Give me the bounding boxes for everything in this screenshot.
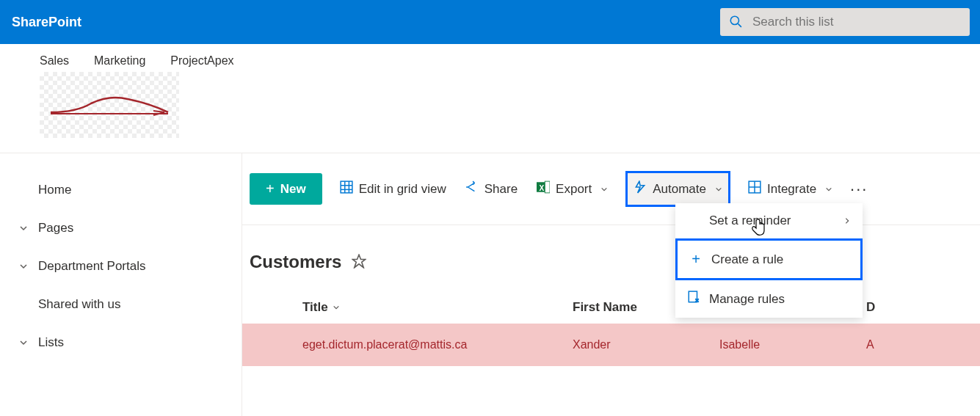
edit-grid-button[interactable]: Edit in grid view bbox=[338, 178, 448, 200]
share-icon bbox=[465, 180, 479, 197]
table-row[interactable]: eget.dictum.placerat@mattis.ca Xander Is… bbox=[242, 324, 980, 366]
svg-rect-13 bbox=[689, 291, 697, 302]
table-header: Title First Name Last Name D bbox=[242, 294, 980, 324]
manage-rules-icon bbox=[687, 291, 700, 307]
chevron-down-icon bbox=[333, 304, 340, 311]
site-logo[interactable] bbox=[40, 72, 179, 138]
chevron-down-icon bbox=[825, 182, 832, 197]
app-header: SharePoint bbox=[0, 0, 980, 44]
favorite-star-icon[interactable] bbox=[352, 254, 366, 271]
edit-grid-label: Edit in grid view bbox=[359, 182, 446, 197]
chevron-down-icon bbox=[18, 262, 29, 271]
nav-pages[interactable]: Pages bbox=[0, 209, 242, 247]
list-header: Customers bbox=[242, 225, 980, 294]
set-reminder-menuitem[interactable]: Set a reminder bbox=[675, 203, 863, 238]
set-reminder-label: Set a reminder bbox=[709, 214, 791, 228]
svg-line-1 bbox=[738, 23, 741, 27]
breadcrumb-sales[interactable]: Sales bbox=[40, 54, 69, 67]
chevron-right-icon bbox=[843, 214, 851, 228]
export-label: Export bbox=[556, 182, 592, 197]
column-d[interactable]: D bbox=[866, 300, 925, 315]
cell-d: A bbox=[866, 338, 925, 351]
nav-dept-label: Department Portals bbox=[38, 259, 145, 274]
svg-text:X: X bbox=[539, 184, 544, 192]
left-nav: Home Pages Department Portals Shared wit… bbox=[0, 153, 242, 416]
integrate-button[interactable]: Integrate bbox=[747, 178, 834, 200]
svg-point-0 bbox=[730, 16, 738, 24]
nav-department-portals[interactable]: Department Portals bbox=[0, 247, 242, 285]
nav-lists[interactable]: Lists bbox=[0, 324, 242, 362]
automate-label: Automate bbox=[653, 182, 706, 197]
chevron-down-icon bbox=[18, 338, 29, 347]
manage-rules-menuitem[interactable]: Manage rules bbox=[675, 280, 863, 318]
integrate-icon bbox=[748, 180, 761, 197]
column-first-label: First Name bbox=[573, 300, 637, 315]
svg-rect-9 bbox=[545, 181, 550, 193]
export-button[interactable]: X Export bbox=[535, 178, 609, 200]
new-button-label: New bbox=[280, 182, 306, 197]
app-title: SharePoint bbox=[12, 15, 81, 30]
create-rule-label: Create a rule bbox=[711, 252, 783, 267]
column-title-label: Title bbox=[302, 300, 328, 315]
chevron-down-icon bbox=[18, 224, 29, 233]
column-d-label: D bbox=[866, 300, 875, 314]
create-rule-menuitem[interactable]: + Create a rule bbox=[675, 238, 863, 280]
chevron-down-icon bbox=[600, 182, 608, 197]
svg-rect-2 bbox=[341, 181, 352, 193]
new-button[interactable]: + New bbox=[250, 173, 322, 205]
cell-last: Isabelle bbox=[719, 338, 866, 351]
plus-icon: + bbox=[689, 251, 703, 268]
excel-icon: X bbox=[537, 180, 550, 197]
breadcrumb-projectapex[interactable]: ProjectApex bbox=[170, 54, 233, 67]
breadcrumb-marketing[interactable]: Marketing bbox=[94, 54, 145, 67]
breadcrumb: Sales Marketing ProjectApex bbox=[0, 44, 980, 72]
share-button[interactable]: Share bbox=[464, 178, 519, 200]
cell-first: Xander bbox=[573, 338, 719, 351]
nav-shared-label: Shared with us bbox=[38, 297, 120, 312]
grid-icon bbox=[340, 180, 353, 197]
nav-lists-label: Lists bbox=[38, 335, 64, 350]
more-actions-button[interactable]: ··· bbox=[850, 180, 868, 199]
nav-shared-with-us[interactable]: Shared with us bbox=[0, 285, 242, 324]
nav-pages-label: Pages bbox=[38, 221, 73, 236]
nav-home-label: Home bbox=[38, 183, 71, 197]
share-label: Share bbox=[484, 182, 518, 197]
automate-button[interactable]: Automate bbox=[625, 171, 730, 207]
car-logo-icon bbox=[47, 90, 172, 120]
integrate-label: Integrate bbox=[767, 182, 816, 197]
main-content: + New Edit in grid view Share X Expor bbox=[242, 153, 980, 416]
cell-title: eget.dictum.placerat@mattis.ca bbox=[250, 338, 573, 351]
command-bar: + New Edit in grid view Share X Expor bbox=[242, 171, 980, 225]
search-box[interactable] bbox=[720, 8, 970, 36]
search-input[interactable] bbox=[752, 15, 961, 29]
list-title: Customers bbox=[250, 252, 341, 272]
plus-icon: + bbox=[266, 180, 275, 197]
column-title[interactable]: Title bbox=[250, 300, 573, 315]
flow-icon bbox=[634, 180, 647, 197]
nav-home[interactable]: Home bbox=[0, 171, 242, 209]
search-icon bbox=[729, 15, 752, 30]
chevron-down-icon bbox=[715, 182, 722, 197]
data-table: Title First Name Last Name D eget.dictum… bbox=[242, 294, 980, 366]
manage-rules-label: Manage rules bbox=[709, 292, 785, 307]
automate-dropdown: Set a reminder + Create a rule Manage ru… bbox=[675, 203, 863, 318]
